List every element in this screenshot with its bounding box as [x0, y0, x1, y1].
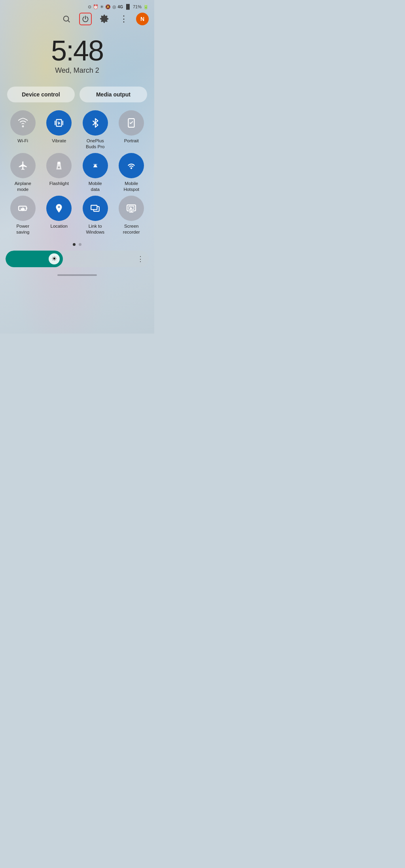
bluetooth-icon	[83, 110, 108, 136]
svg-line-1	[68, 21, 70, 22]
airplane-icon	[10, 153, 36, 178]
tile-label-oneplus-buds: OnePlus Buds Pro	[86, 138, 104, 150]
page-dots	[0, 242, 154, 251]
status-icon-bluetooth: ✳	[100, 4, 104, 9]
tile-label-vibrate: Vibrate	[52, 138, 66, 144]
svg-rect-7	[91, 205, 97, 209]
quick-buttons: Device control Media output	[0, 87, 154, 110]
status-icon-4g: 4G	[118, 5, 123, 9]
battery-percent: 71%	[133, 4, 142, 9]
tile-label-wifi: Wi-Fi	[17, 138, 28, 144]
tile-link-windows[interactable]: Link to Windows	[78, 196, 113, 235]
svg-point-4	[131, 167, 132, 169]
status-bar: ⊙ ⏰ ✳ 🔕 ◎ 4G ▐▌ 71% 🔋	[0, 0, 154, 11]
home-indicator	[0, 272, 154, 280]
media-output-button[interactable]: Media output	[79, 87, 147, 102]
wifi-icon	[10, 110, 36, 136]
flashlight-icon	[46, 153, 72, 178]
tile-location[interactable]: Location	[42, 196, 77, 235]
tile-label-mobile-data: Mobile data	[89, 181, 102, 192]
svg-point-0	[64, 16, 69, 21]
tile-airplane[interactable]: Airplane mode	[6, 153, 40, 192]
tile-label-flashlight: Flashlight	[49, 181, 69, 187]
brightness-handle: ☀	[49, 253, 60, 264]
battery-icon: 🔋	[143, 4, 149, 9]
svg-point-3	[58, 166, 60, 168]
page-dot-1	[73, 243, 76, 246]
brightness-bar[interactable]: ☀ ⋮	[6, 251, 149, 267]
tile-label-portrait: Portrait	[124, 138, 139, 144]
status-icon-nav: ⊙	[88, 4, 91, 9]
settings-button[interactable]	[98, 13, 111, 25]
tile-flashlight[interactable]: Flashlight	[42, 153, 77, 192]
device-control-button[interactable]: Device control	[7, 87, 75, 102]
status-icon-nfc: ◎	[112, 4, 116, 9]
location-icon	[46, 196, 72, 221]
tile-label-link-windows: Link to Windows	[86, 223, 104, 235]
sun-icon: ☀	[51, 255, 57, 262]
status-icon-signal: ▐▌	[125, 4, 131, 9]
brightness-more-button[interactable]: ⋮	[137, 255, 144, 263]
tile-label-power-saving: Power saving	[16, 223, 29, 235]
brightness-fill: ☀	[6, 251, 63, 267]
tile-power-saving[interactable]: Power saving	[6, 196, 40, 235]
tile-oneplus-buds[interactable]: OnePlus Buds Pro	[78, 110, 113, 150]
home-bar	[57, 274, 97, 276]
avatar[interactable]: N	[136, 13, 149, 25]
power-button[interactable]	[79, 13, 92, 25]
svg-point-6	[58, 206, 60, 208]
tile-portrait[interactable]: Portrait	[114, 110, 149, 150]
vibrate-icon	[46, 110, 72, 136]
clock-section: 5:48 Wed, March 2	[0, 28, 154, 87]
tile-mobile-data[interactable]: Mobile data	[78, 153, 113, 192]
tile-label-mobile-hotspot: Mobile Hotspot	[123, 181, 139, 192]
header-controls: ⋮ N	[0, 11, 154, 28]
tile-label-location: Location	[51, 223, 68, 229]
hotspot-icon	[119, 153, 144, 178]
clock-time: 5:48	[51, 36, 103, 65]
power-saving-icon	[10, 196, 36, 221]
screen-recorder-icon	[119, 196, 144, 221]
clock-date: Wed, March 2	[55, 66, 99, 75]
status-icon-silent: 🔕	[105, 4, 111, 9]
status-icon-alarm: ⏰	[93, 4, 98, 9]
portrait-icon	[119, 110, 144, 136]
tile-vibrate[interactable]: Vibrate	[42, 110, 77, 150]
mobile-data-icon	[83, 153, 108, 178]
tile-mobile-hotspot[interactable]: Mobile Hotspot	[114, 153, 149, 192]
tile-label-screen-recorder: Screen recorder	[123, 223, 140, 235]
tiles-grid: Wi-FiVibrateOnePlus Buds ProPortraitAirp…	[0, 110, 154, 242]
link-windows-icon	[83, 196, 108, 221]
search-button[interactable]	[60, 13, 73, 25]
page-dot-2	[79, 243, 81, 246]
tile-screen-recorder[interactable]: Screen recorder	[114, 196, 149, 235]
status-icons: ⊙ ⏰ ✳ 🔕 ◎ 4G ▐▌ 71% 🔋	[88, 4, 149, 9]
tile-wifi[interactable]: Wi-Fi	[6, 110, 40, 150]
svg-rect-9	[129, 211, 134, 212]
tile-label-airplane: Airplane mode	[15, 181, 31, 192]
more-button[interactable]: ⋮	[117, 13, 130, 25]
